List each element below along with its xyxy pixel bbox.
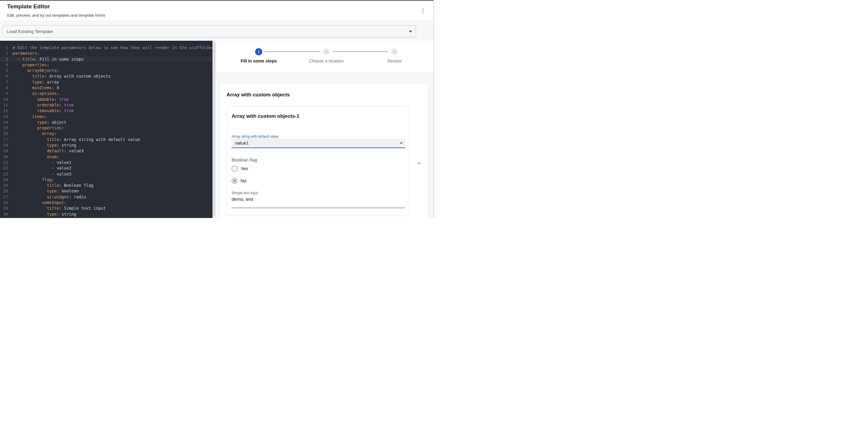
page-title: Template Editor: [7, 3, 50, 10]
code-line: 21 - value1: [0, 160, 213, 165]
minus-icon: [417, 163, 421, 164]
code-line: 7 type: array: [0, 79, 213, 85]
code-line: 28 someInput:: [0, 200, 213, 205]
line-number: 17: [0, 137, 10, 142]
array-section-title: Array with custom objects: [226, 92, 290, 98]
editor-scrollbar-thumb[interactable]: [213, 42, 216, 217]
line-number: 12: [0, 108, 10, 113]
line-number: 3: [0, 57, 10, 62]
code-line: 29 title: Simple text input: [0, 205, 213, 211]
line-number: 9: [0, 91, 10, 96]
editor-scrollbar-track: [213, 41, 216, 218]
line-number: 6: [0, 73, 10, 79]
main-content: 1# Edit the template parameters below to…: [0, 41, 433, 218]
line-number: 4: [0, 62, 10, 68]
code-line: 13 items:: [0, 114, 213, 120]
load-existing-template-select[interactable]: Load Existing Template: [2, 25, 416, 37]
line-number: 21: [0, 160, 10, 165]
code-line: 30 type: string: [0, 211, 213, 217]
remove-array-item-button[interactable]: [415, 160, 424, 166]
form-paper: Array with custom objects Array with cus…: [219, 83, 429, 218]
step-1-circle[interactable]: 1: [255, 48, 262, 55]
radio-yes-circle[interactable]: [231, 166, 238, 172]
step-2-label: Choose a location: [293, 59, 359, 63]
code-line: 3 - title: Fill in some steps: [0, 57, 213, 62]
radio-no-circle[interactable]: [231, 178, 238, 184]
text-input-underline: [231, 208, 405, 208]
select-caret-icon: [400, 142, 403, 144]
code-line: 25 title: Boolean flag: [0, 182, 213, 188]
radio-option-yes[interactable]: Yes: [231, 165, 248, 172]
code-line: 6 title: Array with custom objects: [0, 73, 213, 79]
line-number: 29: [0, 205, 10, 211]
code-line: 27 ui:widget: radio: [0, 194, 213, 200]
array-string-select[interactable]: value1: [231, 139, 405, 148]
line-number: 2: [0, 51, 10, 56]
dropdown-arrow-icon: [409, 31, 412, 32]
line-number: 24: [0, 177, 10, 182]
code-line: 4 properties:: [0, 62, 213, 68]
template-editor-app: Template Editor Edit, preview, and try o…: [0, 0, 434, 218]
line-number: 7: [0, 79, 10, 85]
line-number: 13: [0, 114, 10, 120]
code-line: 5 arrayObjects:: [0, 68, 213, 73]
text-field-label: Simple text input: [231, 191, 258, 195]
header: Template Editor Edit, preview, and try o…: [0, 1, 433, 21]
code-line: 24 flag:: [0, 177, 213, 182]
line-number: 8: [0, 85, 10, 91]
line-number: 27: [0, 194, 10, 200]
code-line: 10 addable: true: [0, 97, 213, 102]
code-line: 15 properties:: [0, 125, 213, 131]
line-number: 18: [0, 142, 10, 148]
line-number: 23: [0, 171, 10, 177]
stepper: 1 2 3 Fill in some steps Choose a locati…: [216, 41, 433, 73]
step-connector: [332, 52, 389, 52]
boolean-flag-label: Boolean flag: [231, 157, 257, 163]
load-select-placeholder: Load Existing Template: [7, 29, 53, 34]
line-number: 16: [0, 131, 10, 136]
line-number: 30: [0, 211, 10, 217]
code-line: 11 orderable: true: [0, 102, 213, 108]
line-number: 19: [0, 148, 10, 154]
line-number: 20: [0, 154, 10, 160]
code-line: 18 type: string: [0, 142, 213, 148]
line-number: 15: [0, 125, 10, 131]
code-line: 19 default: value3: [0, 148, 213, 154]
array-item-title: Array with custom objects-1: [231, 113, 300, 119]
line-number: 14: [0, 120, 10, 125]
code-line: 20 enum:: [0, 154, 213, 160]
step-connector: [265, 52, 320, 52]
step-1-label: Fill in some steps: [226, 59, 291, 63]
radio-option-no[interactable]: No: [231, 177, 246, 185]
code-line: 17 title: Array string with default valu…: [0, 137, 213, 142]
radio-selected-dot: [233, 179, 236, 182]
code-line: 16 array:: [0, 131, 213, 136]
kebab-menu-button[interactable]: [419, 6, 427, 16]
simple-text-input[interactable]: demo, test: [231, 197, 253, 202]
select-field-label: Array string with default value: [231, 134, 278, 139]
code-line: 8 minItems: 0: [0, 85, 213, 91]
code-line: 26 type: boolean: [0, 188, 213, 194]
line-number: 25: [0, 182, 10, 188]
line-number: 1: [0, 45, 10, 51]
line-number: 5: [0, 68, 10, 73]
line-number: 11: [0, 102, 10, 108]
code-line: 12 removable: true: [0, 108, 213, 113]
code-line: 1# Edit the template parameters below to…: [0, 45, 213, 51]
code-line: 23 - value3: [0, 171, 213, 177]
line-number: 10: [0, 97, 10, 102]
code-line: 22 - value2: [0, 165, 213, 171]
array-item-card: Array with custom objects-1 Array string…: [226, 106, 409, 215]
line-number: 22: [0, 165, 10, 171]
step-2-circle[interactable]: 2: [323, 48, 330, 55]
form-preview-panel: 1 2 3 Fill in some steps Choose a locati…: [216, 41, 433, 218]
step-3-circle[interactable]: 3: [391, 48, 398, 55]
line-number: 26: [0, 188, 10, 194]
kebab-menu-icon: [423, 8, 424, 9]
toolbar: Load Existing Template: [0, 22, 433, 41]
yaml-code-editor[interactable]: 1# Edit the template parameters below to…: [0, 41, 213, 218]
step-3-label: Review: [362, 59, 427, 63]
select-value: value1: [235, 140, 249, 146]
page-subtitle: Edit, preview, and try out templates and…: [7, 13, 105, 18]
code-line: 9 ui:options:: [0, 91, 213, 96]
